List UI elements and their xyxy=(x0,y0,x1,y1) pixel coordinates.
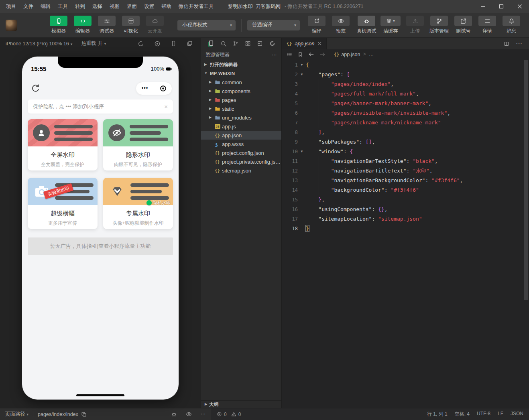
tree-item-app.js[interactable]: JSapp.js xyxy=(201,122,281,131)
chevron-down-icon: ▼ xyxy=(204,72,210,75)
simulator-toggle-button[interactable]: 模拟器 xyxy=(48,16,69,34)
files-icon[interactable] xyxy=(207,40,214,47)
menu-item-5[interactable]: 选择 xyxy=(89,0,106,13)
tab-app-json[interactable]: {} app.json xyxy=(282,38,327,49)
tree-item-sitemap.json[interactable]: {}sitemap.json xyxy=(201,166,281,175)
version-manage-button[interactable]: 版本管理 xyxy=(429,16,450,34)
menu-item-9[interactable]: 帮助 xyxy=(158,0,175,13)
more-actions-icon[interactable]: ⋯ xyxy=(516,41,523,47)
record-icon[interactable] xyxy=(154,41,161,47)
clear-cache-button[interactable]: ▾ 清缓存 xyxy=(380,16,401,34)
line-number: 1 xyxy=(282,60,298,70)
split-editor-icon[interactable] xyxy=(504,41,509,47)
minimize-button[interactable] xyxy=(474,0,492,13)
statusbar-item-4[interactable]: JSON xyxy=(511,411,523,418)
simulator-toolbar: iPhone 12/13 (Pro) 100% 16▾ 热重载 开▾ xyxy=(0,38,201,49)
messages-label: 消息 xyxy=(507,28,516,34)
page-path-select[interactable]: 页面路径 ▾ xyxy=(5,411,28,418)
menu-item-0[interactable]: 项目 xyxy=(2,0,20,13)
debugger-toggle-button[interactable]: 调试器 xyxy=(96,16,117,34)
feature-card-0[interactable]: 全屏水印全文覆盖，完全保护 xyxy=(28,119,98,170)
outline-section[interactable]: ▶ 大纲 xyxy=(201,400,281,408)
menu-item-2[interactable]: 编辑 xyxy=(37,0,54,13)
menu-item-3[interactable]: 工具 xyxy=(54,0,71,13)
editor-scrollbar[interactable] xyxy=(524,60,528,300)
feature-card-2[interactable]: 实验用水印超级横幅更多用于宣传 xyxy=(28,178,98,229)
more-actions-icon[interactable]: ⋯ xyxy=(272,53,277,57)
network-status-icon[interactable] xyxy=(138,41,144,47)
breadcrumb-more[interactable]: … xyxy=(369,52,374,57)
vconsole-icon[interactable] xyxy=(171,411,177,417)
menu-item-1[interactable]: 文件 xyxy=(20,0,37,13)
tree-item-project.private.config.js[interactable]: {}project.private.config.js… xyxy=(201,157,281,166)
tree-item-components[interactable]: ▶components xyxy=(201,87,281,95)
extensions-icon[interactable] xyxy=(245,41,251,47)
maximize-button[interactable] xyxy=(492,0,511,13)
outline-list-icon[interactable] xyxy=(287,52,292,57)
donut-icon[interactable] xyxy=(269,41,275,47)
bookmark-icon[interactable] xyxy=(297,52,303,57)
search-icon[interactable] xyxy=(220,41,227,47)
statusbar-item-3[interactable]: LF xyxy=(498,411,503,418)
menu-item-7[interactable]: 界面 xyxy=(123,0,140,13)
close-icon[interactable]: × xyxy=(164,103,168,110)
tree-item-static[interactable]: ▶static xyxy=(201,104,281,113)
tree-item-common[interactable]: ▶common xyxy=(201,78,281,87)
device-frame-icon[interactable] xyxy=(171,41,177,47)
close-icon[interactable] xyxy=(317,41,322,46)
statusbar-item-1[interactable]: 空格: 4 xyxy=(455,411,470,418)
menu-item-10[interactable]: 微信开发者工具 xyxy=(175,0,218,13)
npm-box-icon[interactable] xyxy=(257,41,263,47)
line-number: 14 xyxy=(282,185,298,195)
feature-card-3[interactable]: 隐私水印专属水印头像+昵称就能制作水印 xyxy=(103,178,173,229)
menu-item-4[interactable]: 转到 xyxy=(71,0,89,13)
statusbar-item-0[interactable]: 行 1, 列 1 xyxy=(427,411,448,418)
placeholder-bars xyxy=(130,125,168,141)
close-button[interactable] xyxy=(511,0,529,13)
fold-chevron-icon[interactable]: ▼ xyxy=(298,70,306,79)
exit-target-icon[interactable] xyxy=(154,85,172,92)
fold-chevron-icon[interactable]: ▼ xyxy=(298,147,306,156)
compile-mode-select[interactable]: 普通编译 ▾ xyxy=(247,20,300,30)
more-actions-icon[interactable]: ⋯ xyxy=(201,412,206,417)
tree-item-app.json[interactable]: {}app.json xyxy=(201,131,281,140)
menu-dots-icon[interactable]: ••• xyxy=(136,85,154,92)
mode-select[interactable]: 小程序模式 ▾ xyxy=(177,20,236,30)
breadcrumb-file[interactable]: {} app.json xyxy=(334,52,360,57)
menu-item-6[interactable]: 视图 xyxy=(106,0,123,13)
editor-toggle-button[interactable]: 编辑器 xyxy=(72,16,93,34)
details-button[interactable]: 详情 xyxy=(477,16,498,34)
code-line: 4 "pages/full-mark/full-mark", xyxy=(282,89,529,99)
forward-icon[interactable] xyxy=(319,51,326,57)
test-account-button[interactable]: 测试号 xyxy=(453,16,474,34)
messages-button[interactable]: 消息 xyxy=(501,16,522,34)
problems-indicator[interactable]: 0 0 xyxy=(217,412,243,417)
statusbar-item-2[interactable]: UTF-8 xyxy=(477,411,490,418)
code-editor[interactable]: 1▼{2▼ "pages": [3 "pages/index/index",4 … xyxy=(282,59,529,408)
eye-icon[interactable] xyxy=(186,411,192,417)
tree-item-project.config.json[interactable]: {}project.config.json xyxy=(201,148,281,157)
hot-reload-toggle[interactable]: 热重载 开▾ xyxy=(81,40,106,47)
tree-item-MP-WEIXIN[interactable]: ▼MP-WEIXIN xyxy=(201,69,281,78)
menu-item-8[interactable]: 设置 xyxy=(140,0,158,13)
copy-icon[interactable] xyxy=(81,412,87,417)
device-debug-button[interactable]: 真机调试 xyxy=(356,16,377,34)
visualizer-toggle-button[interactable]: 可视化 xyxy=(120,16,141,34)
git-branch-icon[interactable] xyxy=(233,41,239,47)
detach-window-icon[interactable] xyxy=(187,41,193,47)
feature-card-1[interactable]: 隐形水印肉眼不可见，隐形保护 xyxy=(103,119,173,170)
line-number: 7 xyxy=(282,118,298,128)
device-select[interactable]: iPhone 12/13 (Pro) 100% 16▾ xyxy=(6,41,72,47)
page-reload-icon[interactable] xyxy=(31,84,40,93)
tree-item-uni_modules[interactable]: ▶uni_modules xyxy=(201,113,281,122)
card-subtitle: 更多用于宣传 xyxy=(28,220,98,227)
tree-item-app.wxss[interactable]: ʒapp.wxss xyxy=(201,140,281,148)
tree-item-[interactable]: ▶打开的编辑器 xyxy=(201,60,281,69)
fold-chevron-icon[interactable]: ▼ xyxy=(298,60,306,70)
tree-item-pages[interactable]: ▶pages xyxy=(201,95,281,104)
user-avatar[interactable] xyxy=(6,20,17,31)
back-icon[interactable] xyxy=(308,51,314,57)
compile-button[interactable]: 编译 xyxy=(306,16,327,34)
preview-button[interactable]: 预览 xyxy=(330,16,351,34)
tree-item-label: static xyxy=(222,106,234,112)
